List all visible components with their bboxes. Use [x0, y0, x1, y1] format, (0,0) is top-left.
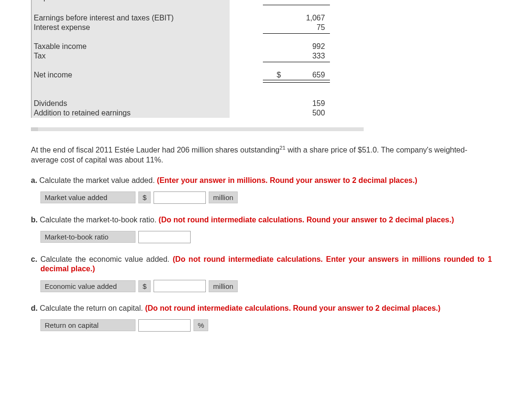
row-label: Addition to retained earnings — [31, 108, 230, 118]
row-label: Depreciation — [34, 0, 77, 2]
answer-label-c: Economic value added — [40, 280, 135, 292]
economic-value-added-input[interactable] — [154, 280, 206, 292]
row-label: Earnings before interest and taxes (EBIT… — [31, 13, 230, 23]
row-label: Dividends — [31, 99, 230, 108]
horizontal-scrollbar[interactable] — [31, 127, 364, 131]
return-on-capital-input[interactable] — [138, 319, 191, 332]
row-value: 505 — [312, 0, 325, 2]
answer-label-d: Return on capital — [40, 319, 135, 331]
question-b: b. Calculate the market-to-book ratio. (… — [31, 215, 492, 225]
row-label: Taxable income — [31, 42, 230, 51]
row-value: 333 — [263, 51, 330, 61]
answer-label-b: Market-to-book ratio — [40, 231, 135, 243]
row-value: 159 — [263, 99, 330, 108]
row-value: 1,067 — [263, 13, 330, 23]
market-value-added-input[interactable] — [154, 191, 206, 204]
answer-suffix-c: million — [209, 280, 238, 292]
market-to-book-ratio-input[interactable] — [138, 231, 191, 243]
row-value: 992 — [263, 42, 330, 51]
answer-suffix-d: % — [193, 319, 208, 331]
question-d: d. Calculate the return on capital. (Do … — [31, 304, 492, 314]
question-a: a. Calculate the market value added. (En… — [31, 176, 492, 186]
row-label: Tax — [31, 51, 230, 61]
question-intro: At the end of fiscal 2011 Estée Lauder h… — [31, 144, 492, 165]
currency-symbol: $ — [265, 71, 281, 79]
row-value: 500 — [263, 108, 330, 118]
answer-prefix-a: $ — [138, 191, 151, 203]
row-value: 75 — [263, 23, 330, 32]
row-value: 659 — [312, 71, 325, 79]
row-label: Interest expense — [31, 23, 230, 32]
income-statement-table: Depreciation 505 Earnings before interes… — [31, 0, 364, 118]
row-label: Net income — [31, 70, 230, 80]
question-c: c. Calculate the economic value added. (… — [31, 255, 492, 275]
answer-prefix-c: $ — [138, 280, 151, 292]
answer-suffix-a: million — [209, 191, 238, 203]
answer-label-a: Market value added — [40, 191, 135, 203]
